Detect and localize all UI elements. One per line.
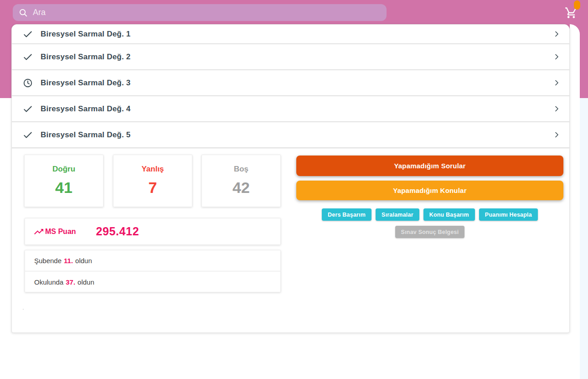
score-card: MS Puan 295.412 xyxy=(25,218,281,245)
chevron-right-icon xyxy=(553,31,560,37)
rank-number: 11. xyxy=(64,257,73,265)
search-input[interactable] xyxy=(33,8,381,17)
ranking-card: Şubende 11. oldun Okulunda 37. oldun xyxy=(25,250,281,292)
chevron-right-icon xyxy=(553,53,560,60)
search-icon xyxy=(18,8,28,18)
check-icon xyxy=(23,52,33,62)
quick-actions-row: Ders Başarım Sıralamalar Konu Başarım Pu… xyxy=(296,208,563,221)
chevron-right-icon xyxy=(553,105,560,112)
course-success-button[interactable]: Ders Başarım xyxy=(322,208,371,221)
score-value: 295.412 xyxy=(96,225,139,238)
check-icon xyxy=(23,130,33,140)
chevron-right-icon xyxy=(553,79,560,86)
stat-value-wrong: 7 xyxy=(113,179,192,197)
calculate-score-button[interactable]: Puanımı Hesapla xyxy=(479,208,538,221)
exam-list-item-2[interactable]: Biresysel Sarmal Değ. 2 xyxy=(12,44,569,70)
scrollbar-track[interactable] xyxy=(580,98,588,379)
stat-value-correct: 41 xyxy=(25,179,103,197)
exam-list-item-4[interactable]: Biresysel Sarmal Değ. 4 xyxy=(12,96,569,122)
card-right-gutter xyxy=(570,24,580,98)
score-label: MS Puan xyxy=(45,228,76,236)
stat-label-correct: Doğru xyxy=(25,165,103,174)
exam-list-item-5[interactable]: Biresysel Sarmal Değ. 5 xyxy=(12,122,569,148)
rank-prefix: Okulunda xyxy=(34,278,63,286)
stray-period: . xyxy=(22,304,24,311)
exam-list-item-1[interactable]: Biresysel Sarmal Değ. 1 xyxy=(12,25,569,44)
stat-card-wrong: Yanlış 7 xyxy=(113,155,192,207)
rank-suffix: oldun xyxy=(77,278,94,286)
cart-badge xyxy=(574,0,580,10)
search-bar[interactable] xyxy=(13,4,387,21)
check-icon xyxy=(23,104,33,114)
exam-title: Biresysel Sarmal Değ. 3 xyxy=(41,78,130,88)
stat-value-blank: 42 xyxy=(202,179,280,197)
check-icon xyxy=(23,29,33,39)
unsolved-topics-button[interactable]: Yapamadığım Konular xyxy=(296,181,563,200)
exam-title: Biresysel Sarmal Değ. 5 xyxy=(41,130,130,140)
stat-label-blank: Boş xyxy=(202,165,280,174)
exam-result-document-button[interactable]: Sınav Sonuç Belgesi xyxy=(395,226,465,238)
exam-list-item-3[interactable]: Biresysel Sarmal Değ. 3 xyxy=(12,70,569,96)
rank-number: 37. xyxy=(66,278,75,286)
rank-prefix: Şubende xyxy=(34,257,62,265)
stat-card-correct: Doğru 41 xyxy=(24,155,103,207)
stat-card-blank: Boş 42 xyxy=(201,155,281,207)
exam-title: Biresysel Sarmal Değ. 1 xyxy=(41,30,130,39)
trending-up-icon xyxy=(33,226,44,237)
rankings-button[interactable]: Sıralamalar xyxy=(376,208,419,221)
result-doc-row: Sınav Sonuç Belgesi xyxy=(296,226,563,238)
topic-success-button[interactable]: Konu Başarım xyxy=(423,208,475,221)
rank-suffix: oldun xyxy=(75,257,92,265)
unsolved-questions-button[interactable]: Yapamadığım Sorular xyxy=(296,156,563,176)
rank-row-school: Okulunda 37. oldun xyxy=(25,271,280,292)
clock-icon xyxy=(23,78,33,88)
exam-title: Biresysel Sarmal Değ. 2 xyxy=(41,52,130,62)
stat-label-wrong: Yanlış xyxy=(113,165,192,174)
content-card: Biresysel Sarmal Değ. 1 Biresysel Sarmal… xyxy=(11,24,570,333)
rank-row-branch: Şubende 11. oldun xyxy=(25,250,280,271)
chevron-right-icon xyxy=(553,131,560,138)
exam-list: Biresysel Sarmal Değ. 1 Biresysel Sarmal… xyxy=(12,25,569,148)
exam-title: Biresysel Sarmal Değ. 4 xyxy=(41,104,130,114)
